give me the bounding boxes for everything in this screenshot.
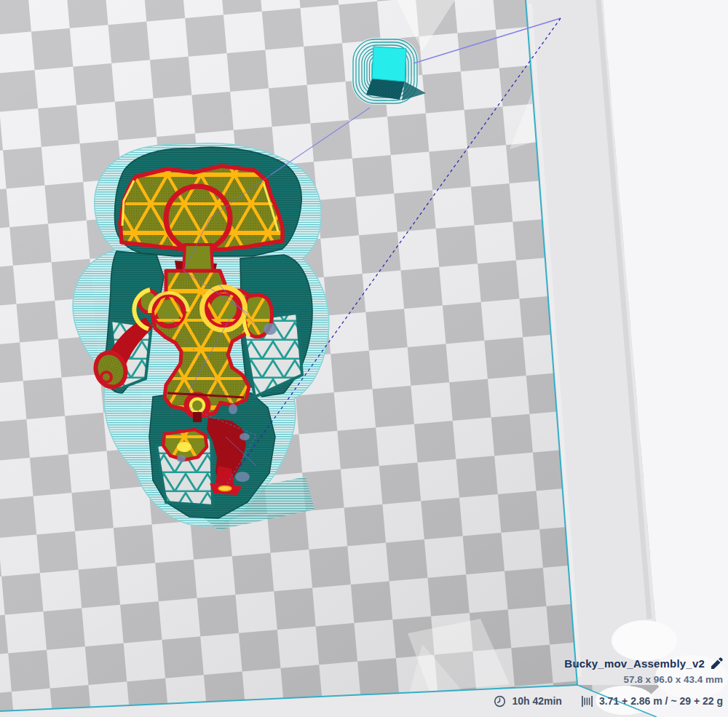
model-name: Bucky_mov_Assembly_v2 bbox=[564, 657, 705, 670]
viewport-3d[interactable] bbox=[0, 0, 728, 717]
pencil-icon[interactable] bbox=[711, 657, 723, 669]
material-estimate: 3.71 + 2.86 m / ~ 29 + 22 g bbox=[599, 695, 723, 707]
model-info-panel: Bucky_mov_Assembly_v2 57.8 x 96.0 x 43.4… bbox=[494, 655, 723, 709]
clock-icon bbox=[494, 695, 506, 708]
print-time: 10h 42min bbox=[512, 695, 561, 707]
filament-icon bbox=[581, 695, 593, 708]
model-dimensions: 57.8 x 96.0 x 43.4 mm bbox=[494, 674, 723, 689]
slicer-preview-stage: Bucky_mov_Assembly_v2 57.8 x 96.0 x 43.4… bbox=[0, 0, 728, 717]
print-stats: 10h 42min 3.71 + 2.86 m / ~ 29 + 22 g bbox=[494, 693, 723, 709]
